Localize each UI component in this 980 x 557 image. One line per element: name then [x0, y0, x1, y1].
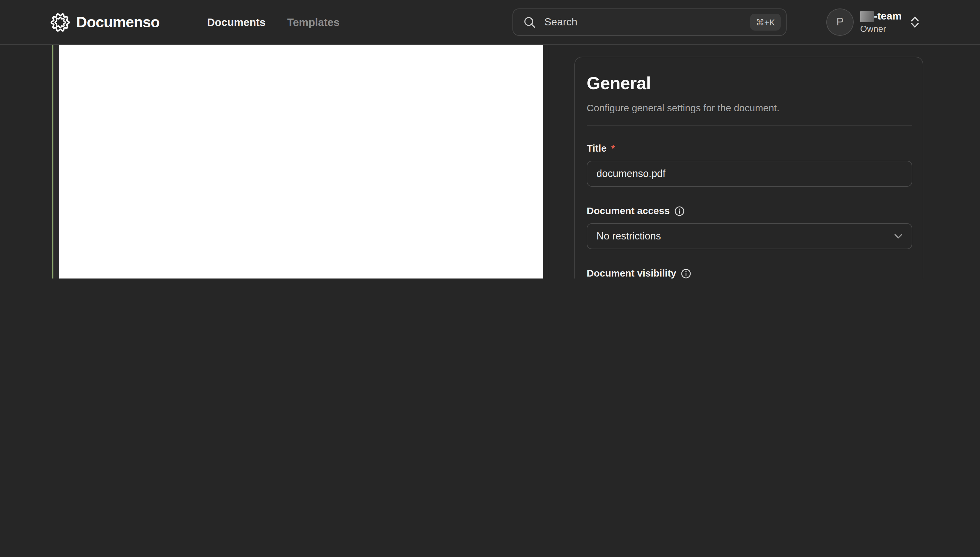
brand-logo-inner — [55, 17, 65, 27]
team-name-redacted — [860, 11, 874, 22]
info-icon[interactable] — [674, 206, 684, 216]
panel-title: General — [587, 73, 912, 94]
title-input[interactable] — [587, 161, 912, 187]
info-icon[interactable] — [681, 269, 691, 278]
account-info: -team Owner — [860, 10, 902, 34]
document-access-select[interactable]: No restrictions — [587, 223, 912, 249]
page-edge-gutter — [53, 45, 59, 278]
team-name-suffix: -team — [874, 10, 902, 22]
title-field-label: Title * — [587, 143, 912, 153]
visibility-field-label: Document visibility — [587, 268, 912, 278]
access-field-label: Document access — [587, 205, 912, 216]
account-role: Owner — [860, 24, 902, 34]
nav-link-documents[interactable]: Documents — [207, 0, 266, 44]
document-page-preview — [59, 45, 543, 278]
avatar-initial: P — [836, 16, 844, 29]
panel-subtitle: Configure general settings for the docum… — [587, 102, 912, 114]
settings-card: General Configure general settings for t… — [574, 57, 923, 278]
account-menu-trigger[interactable]: P -team Owner — [826, 0, 919, 44]
chevron-down-icon — [894, 234, 903, 239]
documenso-logo-icon — [50, 12, 70, 32]
search-shortcut-badge: ⌘+K — [750, 14, 781, 31]
search-input[interactable] — [543, 16, 743, 29]
app-window: Documenso Documents Templates ⌘+K P -tea… — [0, 0, 980, 278]
nav-link-templates[interactable]: Templates — [287, 0, 340, 44]
brand[interactable]: Documenso — [50, 0, 160, 44]
panel-divider — [587, 125, 912, 125]
chevrons-up-down-icon — [910, 16, 919, 29]
search-icon — [524, 16, 536, 28]
top-nav: Documenso Documents Templates ⌘+K P -tea… — [0, 0, 980, 45]
brand-logo-outer — [51, 14, 69, 31]
required-marker: * — [611, 143, 615, 153]
content-divider — [548, 45, 548, 278]
team-name: -team — [860, 10, 902, 22]
search-box[interactable]: ⌘+K — [513, 8, 787, 36]
avatar: P — [826, 8, 854, 36]
brand-name: Documenso — [76, 13, 160, 31]
